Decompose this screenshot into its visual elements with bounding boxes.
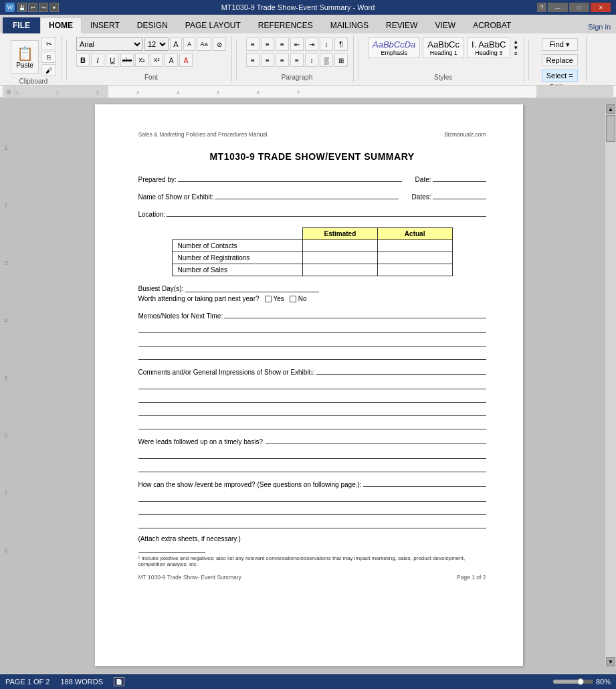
memos-first-line[interactable]	[224, 309, 486, 318]
underline-btn[interactable]: U	[106, 54, 119, 67]
borders-btn[interactable]: ⊞	[334, 54, 348, 67]
shading-btn[interactable]: ▒	[320, 54, 333, 67]
tab-page-layout[interactable]: PAGE LAYOUT	[177, 17, 249, 33]
improve-line-2[interactable]	[138, 504, 486, 515]
memo-line-2[interactable]	[138, 336, 486, 347]
tab-home[interactable]: HOME	[40, 17, 82, 33]
scroll-up-btn[interactable]: ▲	[606, 104, 615, 114]
find-btn[interactable]: Find ▾	[542, 38, 578, 51]
justify-btn[interactable]: ≡	[290, 54, 304, 67]
multilevel-btn[interactable]: ≡	[276, 37, 289, 51]
font-name-select[interactable]: Arial	[76, 37, 143, 51]
style-samples: AaBbCcDa Emphasis AaBbCc Heading 1 I. Aa…	[368, 37, 518, 58]
numbering-btn[interactable]: ≡	[261, 37, 274, 51]
clear-format-btn[interactable]: ⊘	[213, 37, 226, 51]
row-registrations-actual[interactable]	[377, 252, 452, 264]
row-contacts-actual[interactable]	[377, 240, 452, 252]
replace-btn[interactable]: Replace	[542, 54, 578, 66]
scrollbar[interactable]: ▲ ▼	[605, 104, 616, 666]
memo-line-3[interactable]	[138, 349, 486, 360]
font-group: Arial 12 A A Aa ⊘ B I U abc X₂ X² A A	[71, 36, 232, 82]
paste-button[interactable]: 📋 Paste	[11, 40, 39, 74]
sort-btn[interactable]: ↕	[320, 37, 333, 51]
tab-review[interactable]: REVIEW	[377, 17, 426, 33]
comments-label-row: Comments and/or General Impressions of S…	[138, 365, 486, 376]
font-color-btn[interactable]: A	[179, 54, 193, 67]
superscript-btn[interactable]: X²	[150, 54, 163, 67]
font-grow-btn[interactable]: A	[170, 37, 182, 51]
comments-first-line[interactable]	[316, 365, 486, 375]
align-right-btn[interactable]: ≡	[276, 54, 289, 67]
prepared-by-field[interactable]	[178, 173, 402, 182]
strikethrough-btn[interactable]: abc	[120, 54, 134, 67]
improve-line-1[interactable]	[138, 491, 486, 502]
row-registrations-estimated[interactable]	[303, 252, 378, 264]
format-painter-button[interactable]: 🖌	[41, 64, 56, 76]
leads-line-1[interactable]	[138, 448, 486, 459]
dates-field[interactable]	[433, 190, 486, 199]
subscript-btn[interactable]: X₂	[135, 54, 148, 67]
comment-line-3[interactable]	[138, 405, 486, 416]
close-btn[interactable]: ✕	[591, 3, 611, 12]
help-btn[interactable]: ?	[537, 3, 546, 12]
tab-file[interactable]: FILE	[3, 17, 40, 33]
scroll-down-btn[interactable]: ▼	[606, 657, 615, 666]
location-field[interactable]	[167, 207, 486, 217]
minimize-btn[interactable]: —	[548, 3, 568, 12]
row-contacts-estimated[interactable]	[303, 240, 378, 252]
change-case-btn[interactable]: Aa	[197, 37, 211, 51]
align-left-btn[interactable]: ≡	[246, 54, 260, 67]
tab-mailings[interactable]: MAILINGS	[322, 17, 377, 33]
comment-line-4[interactable]	[138, 419, 486, 429]
tab-acrobat[interactable]: ACROBAT	[464, 17, 520, 33]
leads-first-line[interactable]	[266, 435, 486, 444]
document-page[interactable]: Sales & Marketing Policies and Procedure…	[95, 104, 523, 666]
quick-more-btn[interactable]: ▾	[49, 3, 59, 12]
decrease-indent-btn[interactable]: ⇤	[290, 37, 304, 51]
quick-undo-btn[interactable]: ↩	[28, 3, 37, 12]
tab-design[interactable]: DESIGN	[128, 17, 177, 33]
font-size-select[interactable]: 12	[144, 37, 169, 51]
increase-indent-btn[interactable]: ⇥	[305, 37, 318, 51]
align-center-btn[interactable]: ≡	[261, 54, 274, 67]
improve-line-3[interactable]	[138, 518, 486, 528]
comment-line-1[interactable]	[138, 379, 486, 389]
tab-insert[interactable]: INSERT	[82, 17, 128, 33]
cut-button[interactable]: ✂	[41, 37, 56, 50]
comment-line-2[interactable]	[138, 392, 486, 403]
text-highlight-btn[interactable]: A	[165, 54, 178, 67]
sign-in-link[interactable]: Sign in	[583, 20, 616, 33]
show-marks-btn[interactable]: ¶	[334, 37, 348, 51]
bold-btn[interactable]: B	[76, 54, 90, 67]
date-field[interactable]	[433, 173, 486, 182]
maximize-btn[interactable]: □	[569, 3, 589, 12]
row-contacts-label: Number of Contacts	[172, 240, 303, 252]
style-heading3[interactable]: I. AaBbC Heading 3	[467, 37, 510, 58]
select-btn[interactable]: Select =	[542, 70, 578, 82]
font-shrink-btn[interactable]: A	[183, 37, 195, 51]
show-name-field[interactable]	[215, 190, 398, 199]
bullets-btn[interactable]: ≡	[246, 37, 260, 51]
row-sales-actual[interactable]	[377, 264, 452, 276]
no-label: No	[298, 295, 307, 302]
quick-redo-btn[interactable]: ↪	[39, 3, 48, 12]
styles-scroll[interactable]: ▲ ▼ ≡	[513, 39, 518, 57]
no-checkbox[interactable]	[290, 296, 296, 302]
prepared-by-row: Prepared by: Date:	[138, 173, 486, 183]
style-heading1[interactable]: AaBbCc Heading 1	[423, 37, 464, 58]
leads-line-2[interactable]	[138, 462, 486, 472]
svg-text:6: 6	[257, 90, 260, 95]
busiest-days-field[interactable]	[185, 284, 319, 292]
yes-checkbox[interactable]	[265, 296, 272, 302]
improve-first-line[interactable]	[363, 478, 486, 487]
line-spacing-btn[interactable]: ↕	[305, 54, 318, 67]
italic-btn[interactable]: I	[91, 54, 104, 67]
row-sales-estimated[interactable]	[303, 264, 378, 276]
style-emphasis[interactable]: AaBbCcDa Emphasis	[368, 37, 420, 58]
copy-button[interactable]: ⎘	[41, 51, 56, 63]
tab-view[interactable]: VIEW	[426, 17, 464, 33]
memo-line-1[interactable]	[138, 322, 486, 333]
scroll-thumb[interactable]	[606, 115, 615, 142]
tab-references[interactable]: REFERENCES	[249, 17, 322, 33]
quick-save-btn[interactable]: 💾	[17, 3, 27, 12]
